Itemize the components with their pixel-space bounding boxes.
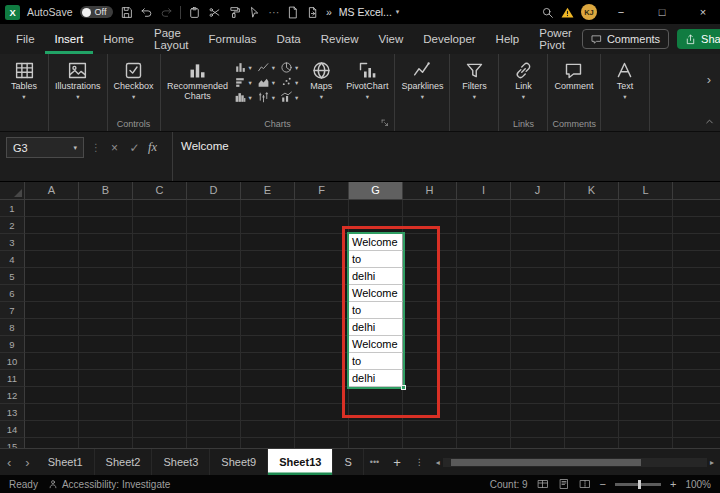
cell-B10[interactable] (79, 353, 133, 370)
line-chart-button[interactable]: ▾ (257, 61, 275, 74)
collapse-ribbon-icon[interactable] (704, 116, 715, 127)
cell-C10[interactable] (133, 353, 187, 370)
cell-L8[interactable] (619, 319, 673, 336)
cell-J3[interactable] (511, 234, 565, 251)
row-header-14[interactable]: 14 (0, 421, 25, 438)
undo-icon[interactable] (140, 6, 153, 19)
more-commands-icon[interactable]: ⋯ (268, 6, 279, 18)
row-header-1[interactable]: 1 (0, 200, 25, 217)
cell-C6[interactable] (133, 285, 187, 302)
cell-D14[interactable] (187, 421, 241, 438)
cell-I1[interactable] (457, 200, 511, 217)
cell-E12[interactable] (241, 387, 295, 404)
cell-H5[interactable] (403, 268, 457, 285)
scissors-icon[interactable] (208, 6, 221, 19)
area-chart-button[interactable]: ▾ (257, 76, 275, 89)
sheet-tab-sheet9[interactable]: Sheet9 (210, 449, 268, 475)
avatar[interactable]: KJ (581, 4, 597, 20)
cell-H3[interactable] (403, 234, 457, 251)
cell-D1[interactable] (187, 200, 241, 217)
add-sheet-button[interactable]: + (385, 455, 409, 470)
zoom-in-button[interactable]: + (670, 478, 676, 490)
cell-L10[interactable] (619, 353, 673, 370)
bar-chart-button[interactable]: ▾ (234, 76, 252, 89)
cell-D11[interactable] (187, 370, 241, 387)
cell-K3[interactable] (565, 234, 619, 251)
cell-F3[interactable] (295, 234, 349, 251)
sheet-overflow-button[interactable]: ••• (364, 457, 385, 467)
stock-chart-button[interactable]: ▾ (257, 91, 275, 104)
cell-J4[interactable] (511, 251, 565, 268)
pie-chart-button[interactable]: ▾ (280, 61, 298, 74)
ribbon-tab-formulas[interactable]: Formulas (199, 24, 267, 54)
cell-J7[interactable] (511, 302, 565, 319)
ribbon-tab-file[interactable]: File (6, 24, 45, 54)
cell-B9[interactable] (79, 336, 133, 353)
column-header-H[interactable]: H (403, 182, 457, 199)
column-header-E[interactable]: E (241, 182, 295, 199)
row-header-2[interactable]: 2 (0, 217, 25, 234)
text-button[interactable]: Text▾ (605, 57, 645, 100)
view-page-layout-icon[interactable] (558, 478, 570, 490)
cell-G1[interactable] (349, 200, 403, 217)
ribbon-more-icon[interactable]: › (707, 72, 711, 87)
cell-B13[interactable] (79, 404, 133, 421)
cell-G2[interactable] (349, 217, 403, 234)
cell-C11[interactable] (133, 370, 187, 387)
cell-K12[interactable] (565, 387, 619, 404)
ribbon-tab-power-pivot[interactable]: Power Pivot (529, 24, 582, 54)
scroll-right-icon[interactable]: ▸ (710, 458, 714, 467)
cell-I8[interactable] (457, 319, 511, 336)
ribbon-tab-insert[interactable]: Insert (45, 24, 94, 54)
cell-L2[interactable] (619, 217, 673, 234)
cell-I10[interactable] (457, 353, 511, 370)
insert-function-icon[interactable]: fx (148, 140, 157, 155)
cell-D13[interactable] (187, 404, 241, 421)
cell-J1[interactable] (511, 200, 565, 217)
cell-G8[interactable]: delhi (349, 319, 403, 336)
cell-K5[interactable] (565, 268, 619, 285)
cell-H12[interactable] (403, 387, 457, 404)
cell-H6[interactable] (403, 285, 457, 302)
pointer-icon[interactable] (248, 6, 261, 19)
cell-K6[interactable] (565, 285, 619, 302)
cell-H2[interactable] (403, 217, 457, 234)
cell-D10[interactable] (187, 353, 241, 370)
cell-C4[interactable] (133, 251, 187, 268)
column-header-D[interactable]: D (187, 182, 241, 199)
cell-B4[interactable] (79, 251, 133, 268)
zoom-out-button[interactable]: − (600, 478, 606, 490)
row-header-7[interactable]: 7 (0, 302, 25, 319)
cell-F4[interactable] (295, 251, 349, 268)
column-header-I[interactable]: I (457, 182, 511, 199)
cell-G12[interactable] (349, 387, 403, 404)
cell-L4[interactable] (619, 251, 673, 268)
ribbon-tab-help[interactable]: Help (486, 24, 530, 54)
cell-A5[interactable] (25, 268, 79, 285)
cell-D7[interactable] (187, 302, 241, 319)
cell-I12[interactable] (457, 387, 511, 404)
select-all-corner[interactable] (0, 182, 25, 199)
cell-L14[interactable] (619, 421, 673, 438)
cell-F5[interactable] (295, 268, 349, 285)
cell-E14[interactable] (241, 421, 295, 438)
pivotchart-button[interactable]: PivotChart▾ (344, 57, 390, 100)
cell-G14[interactable] (349, 421, 403, 438)
dialog-launcher-icon[interactable] (380, 118, 390, 128)
ribbon-tab-data[interactable]: Data (266, 24, 310, 54)
ribbon-tab-view[interactable]: View (368, 24, 413, 54)
share-doc-icon[interactable] (306, 6, 319, 19)
cell-F10[interactable] (295, 353, 349, 370)
cell-H14[interactable] (403, 421, 457, 438)
cell-B12[interactable] (79, 387, 133, 404)
cell-C7[interactable] (133, 302, 187, 319)
cell-G7[interactable]: to (349, 302, 403, 319)
cell-A13[interactable] (25, 404, 79, 421)
cell-J10[interactable] (511, 353, 565, 370)
zoom-level[interactable]: 100% (685, 479, 711, 490)
cell-H7[interactable] (403, 302, 457, 319)
cell-K9[interactable] (565, 336, 619, 353)
cell-L13[interactable] (619, 404, 673, 421)
maps-button[interactable]: Maps▾ (301, 57, 341, 100)
row-header-8[interactable]: 8 (0, 319, 25, 336)
